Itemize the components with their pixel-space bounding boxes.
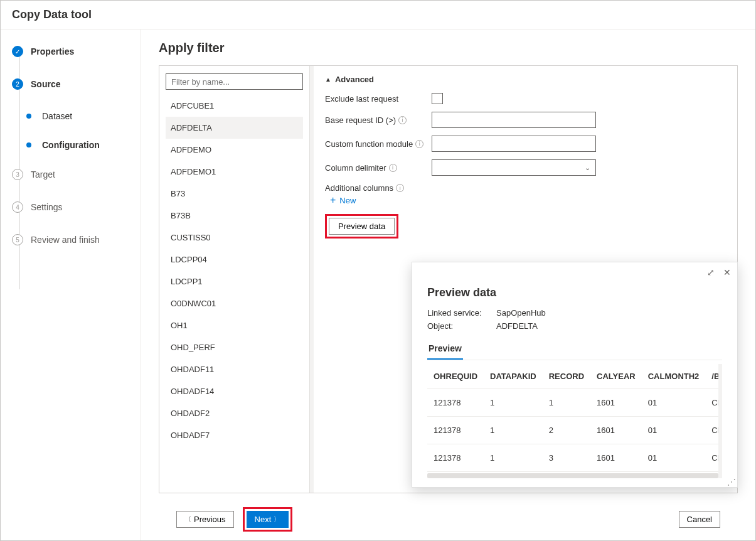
table-cell: 1 bbox=[543, 389, 590, 417]
check-icon: ✓ bbox=[12, 46, 23, 57]
table-cell: 1 bbox=[484, 389, 543, 417]
additional-columns-label: Additional columns bbox=[325, 183, 393, 193]
list-item[interactable]: LDCPP04 bbox=[166, 249, 303, 270]
info-icon[interactable]: i bbox=[398, 116, 407, 124]
preview-data-button[interactable]: Preview data bbox=[329, 218, 395, 235]
table-row: 12137812160101CH02 bbox=[427, 417, 722, 444]
preview-data-popup: ⤢ ✕ Preview data Linked service: SapOpen… bbox=[412, 262, 738, 488]
column-delimiter-label: Column delimiter bbox=[325, 163, 386, 173]
list-item[interactable]: B73 bbox=[166, 183, 303, 205]
object-label: Object: bbox=[427, 321, 496, 331]
step-configuration[interactable]: Configuration bbox=[1, 136, 141, 154]
column-header[interactable]: RECORD bbox=[543, 364, 590, 389]
table-cell: 1 bbox=[484, 417, 543, 444]
list-item[interactable]: OHDADF11 bbox=[166, 358, 303, 380]
object-value: ADFDELTA bbox=[496, 321, 538, 331]
list-item[interactable]: LDCPP1 bbox=[166, 270, 303, 292]
table-cell: 121378 bbox=[427, 417, 484, 444]
highlight-box: Next 〉 bbox=[243, 507, 293, 532]
step-label: Dataset bbox=[42, 111, 72, 121]
preview-grid[interactable]: OHREQUIDDATAPAKIDRECORDCALYEARCALMONTH2/… bbox=[427, 364, 722, 478]
linked-service-label: Linked service: bbox=[427, 308, 496, 318]
table-cell: 01 bbox=[642, 444, 706, 472]
horizontal-scrollbar[interactable] bbox=[427, 473, 718, 478]
list-item[interactable]: OHDADF7 bbox=[166, 424, 303, 446]
info-icon[interactable]: i bbox=[415, 140, 423, 148]
next-button[interactable]: Next 〉 bbox=[247, 511, 289, 528]
list-item[interactable]: ADFDELTA bbox=[166, 117, 303, 139]
list-item[interactable]: CUSTISS0 bbox=[166, 227, 303, 249]
step-number-icon: 4 bbox=[12, 201, 23, 213]
info-icon[interactable]: i bbox=[389, 164, 397, 172]
new-column-link[interactable]: + New bbox=[330, 195, 726, 205]
list-item[interactable]: ADFDEMO bbox=[166, 139, 303, 161]
step-review[interactable]: 5 Review and finish bbox=[1, 230, 141, 249]
table-cell: 2 bbox=[543, 417, 590, 444]
step-number-icon: 2 bbox=[12, 78, 23, 90]
table-row: 12137813160101CH04 bbox=[427, 444, 722, 472]
advanced-label: Advanced bbox=[335, 75, 374, 84]
custom-function-input[interactable] bbox=[432, 136, 596, 152]
table-cell: CH02 bbox=[705, 389, 722, 417]
expand-icon[interactable]: ⤢ bbox=[707, 267, 715, 277]
column-delimiter-select[interactable]: ⌄ bbox=[432, 159, 596, 176]
list-item[interactable]: O0DNWC01 bbox=[166, 292, 303, 314]
step-label: Target bbox=[31, 169, 55, 179]
filter-input[interactable] bbox=[166, 73, 303, 90]
list-item[interactable]: ADFDEMO1 bbox=[166, 161, 303, 183]
next-label: Next bbox=[255, 515, 272, 524]
list-item[interactable]: OHDADF2 bbox=[166, 402, 303, 424]
step-settings[interactable]: 4 Settings bbox=[1, 198, 141, 217]
step-target[interactable]: 3 Target bbox=[1, 165, 141, 184]
list-item[interactable]: B73B bbox=[166, 205, 303, 227]
table-cell: 3 bbox=[543, 444, 590, 472]
chevron-down-icon: ⌄ bbox=[585, 164, 590, 172]
advanced-toggle[interactable]: ▲ Advanced bbox=[325, 75, 726, 84]
footer: 〈 Previous Next 〉 Cancel bbox=[159, 501, 738, 540]
step-number-icon: 5 bbox=[12, 234, 23, 245]
table-cell: 1601 bbox=[590, 417, 642, 444]
column-header[interactable]: CALMONTH2 bbox=[642, 364, 706, 389]
list-item[interactable]: OHD_PERF bbox=[166, 336, 303, 358]
step-number-icon: 3 bbox=[12, 169, 23, 180]
window-title: Copy Data tool bbox=[1, 1, 755, 29]
chevron-left-icon: 〈 bbox=[184, 515, 191, 524]
column-header[interactable]: OHREQUID bbox=[427, 364, 484, 389]
column-header[interactable]: /BIC/P bbox=[705, 364, 722, 389]
base-request-id-input[interactable] bbox=[432, 112, 596, 128]
linked-service-value: SapOpenHub bbox=[496, 308, 546, 318]
page-title: Apply filter bbox=[159, 41, 738, 55]
body: ✓ Properties 2 Source Dataset Configurat… bbox=[1, 29, 755, 540]
step-source[interactable]: 2 Source bbox=[1, 75, 141, 94]
step-label: Properties bbox=[31, 46, 74, 56]
plus-icon: + bbox=[330, 195, 336, 205]
chevron-right-icon: 〉 bbox=[274, 515, 280, 524]
cancel-button[interactable]: Cancel bbox=[679, 511, 720, 528]
previous-label: Previous bbox=[194, 515, 226, 524]
previous-button[interactable]: 〈 Previous bbox=[176, 511, 234, 528]
column-header[interactable]: DATAPAKID bbox=[484, 364, 543, 389]
info-icon[interactable]: i bbox=[396, 184, 404, 192]
table-cell: 1601 bbox=[590, 389, 642, 417]
list-item[interactable]: OH1 bbox=[166, 314, 303, 336]
item-list: ADFCUBE1ADFDELTAADFDEMOADFDEMO1B73B73BCU… bbox=[166, 95, 303, 446]
new-label: New bbox=[339, 196, 356, 205]
custom-function-label: Custom function module bbox=[325, 139, 413, 149]
table-cell: 1601 bbox=[590, 444, 642, 472]
preview-tab[interactable]: Preview bbox=[427, 340, 463, 360]
main: Apply filter ADFCUBE1ADFDELTAADFDEMOADFD… bbox=[141, 29, 755, 540]
table-cell: CH04 bbox=[705, 444, 722, 472]
base-request-id-label: Base request ID (>) bbox=[325, 115, 396, 125]
list-item[interactable]: OHDADF14 bbox=[166, 380, 303, 402]
close-icon[interactable]: ✕ bbox=[723, 267, 731, 277]
table-cell: CH02 bbox=[705, 417, 722, 444]
step-dataset[interactable]: Dataset bbox=[1, 107, 141, 125]
popup-title: Preview data bbox=[427, 286, 722, 299]
window: Copy Data tool ✓ Properties 2 Source Dat… bbox=[0, 0, 756, 541]
exclude-last-request-checkbox[interactable] bbox=[432, 93, 443, 104]
substep-dot-icon bbox=[26, 114, 31, 119]
wizard-sidebar: ✓ Properties 2 Source Dataset Configurat… bbox=[1, 29, 141, 540]
list-item[interactable]: ADFCUBE1 bbox=[166, 95, 303, 117]
step-properties[interactable]: ✓ Properties bbox=[1, 42, 141, 61]
column-header[interactable]: CALYEAR bbox=[590, 364, 642, 389]
